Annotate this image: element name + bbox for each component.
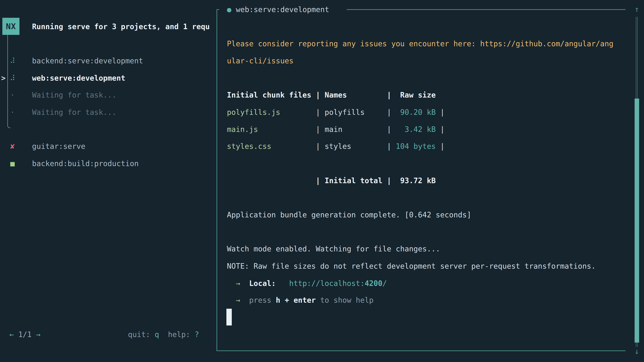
task-row[interactable]: ✘guitar:serve	[0, 138, 216, 155]
text-segment: | polyfills |	[280, 108, 391, 116]
task-row[interactable]: >⠼web:serve:development	[0, 69, 216, 86]
terminal-line: polyfills.js | polyfills | 90.20 kB |	[227, 104, 444, 121]
terminal-line: Application bundle generation complete. …	[227, 206, 471, 223]
task-label: backend:build:production	[32, 155, 139, 172]
output-panel-title: ●web:serve:development	[219, 2, 347, 17]
initial-total: | Initial total | 93.72 kB	[227, 176, 436, 185]
square-icon: ■	[8, 155, 17, 172]
terminal-cursor	[226, 309, 232, 326]
nx-logo: NX	[2, 18, 20, 35]
task-label: guitar:serve	[32, 138, 85, 155]
terminal-line: ular-cli/issues	[227, 52, 294, 69]
quit-label: quit:	[128, 330, 150, 339]
bundle-complete-text: Application bundle generation complete. …	[227, 211, 471, 219]
pagination: ← 1/1 →	[10, 326, 40, 343]
sidebar-title: Running serve for 3 projects, and 1 requ	[32, 18, 210, 35]
raw-size: 104 bytes	[391, 142, 436, 150]
text-segment: | main |	[258, 125, 391, 134]
spinner-icon: ⠼	[8, 69, 17, 86]
spinner-icon: ⠼	[8, 52, 17, 69]
text-segment	[227, 279, 236, 288]
task-row[interactable]: ⠼backend:serve:development	[0, 52, 216, 69]
text-segment: |	[436, 142, 444, 150]
task-label: Waiting for task...	[32, 104, 116, 121]
dot-icon: ·	[8, 104, 17, 121]
quit-key: q	[155, 330, 159, 339]
terminal-line: → Local: http://localhost:4200/	[227, 275, 387, 292]
running-bullet-icon: ●	[227, 5, 232, 14]
task-label: Waiting for task...	[32, 86, 116, 103]
help-key: ?	[194, 330, 199, 339]
shortcuts-bar: quit: q help: ?	[128, 326, 199, 343]
text-segment: | styles |	[271, 142, 391, 150]
terminal-line: main.js | main | 3.42 kB |	[227, 121, 444, 138]
task-row[interactable]: ■backend:build:production	[0, 155, 216, 172]
panel-title-text: web:serve:development	[236, 5, 329, 14]
terminal-line: NOTE: Raw file sizes do not reflect deve…	[227, 258, 596, 275]
text-segment: press	[249, 296, 276, 304]
terminal-line: Please consider reporting any issues you…	[227, 35, 614, 52]
raw-size: 3.42 kB	[391, 125, 436, 134]
task-label: web:serve:development	[32, 69, 125, 86]
next-page-icon[interactable]: →	[36, 330, 40, 339]
text-segment: |	[436, 125, 444, 134]
task-row[interactable]: ·Waiting for task...	[0, 104, 216, 121]
chunk-file: styles.css	[227, 142, 271, 150]
arrow-icon: →	[236, 296, 240, 304]
help-keys: h + enter	[276, 296, 316, 304]
text-segment: to show help	[316, 296, 374, 304]
note-text: NOTE: Raw file sizes do not reflect deve…	[227, 262, 596, 270]
scroll-down-icon[interactable]: ↓	[632, 343, 641, 360]
dot-icon: ·	[8, 86, 17, 103]
arrow-icon: →	[236, 279, 240, 288]
terminal-line: Watch mode enabled. Watching for file ch…	[227, 240, 440, 257]
raw-size: 90.20 kB	[391, 108, 436, 116]
chunk-file: polyfills.js	[227, 108, 280, 116]
selected-chevron-icon: >	[1, 69, 6, 86]
warning-text: Please consider reporting any issues you…	[227, 39, 614, 48]
scroll-up-icon[interactable]: ↑	[632, 1, 641, 18]
table-header: Initial chunk files | Names | Raw size	[227, 91, 436, 99]
cross-icon: ✘	[8, 138, 17, 155]
watch-mode-text: Watch mode enabled. Watching for file ch…	[227, 245, 440, 253]
chunk-file: main.js	[227, 125, 258, 134]
terminal-line: → press h + enter to show help	[227, 292, 374, 309]
task-label: backend:serve:development	[32, 52, 143, 69]
terminal-line: | Initial total | 93.72 kB	[227, 172, 436, 189]
terminal-line: Initial chunk files | Names | Raw size	[227, 86, 436, 103]
local-label: Local:	[249, 279, 276, 288]
help-label: help:	[168, 330, 190, 339]
prev-page-icon[interactable]: ←	[10, 330, 14, 339]
text-segment: |	[436, 108, 444, 116]
scrollbar-thumb[interactable]	[634, 98, 639, 343]
local-url-port[interactable]: 4200	[364, 279, 382, 288]
page-indicator: 1/1	[18, 330, 32, 339]
local-url[interactable]: http://localhost:	[289, 279, 364, 288]
text-segment	[276, 279, 289, 288]
terminal-line: styles.css | styles | 104 bytes |	[227, 138, 444, 155]
local-url-slash[interactable]: /	[382, 279, 387, 288]
warning-text: ular-cli/issues	[227, 56, 294, 65]
text-segment	[227, 296, 236, 304]
task-row[interactable]: ·Waiting for task...	[0, 86, 216, 103]
text-segment	[240, 296, 249, 304]
text-segment	[240, 279, 249, 288]
